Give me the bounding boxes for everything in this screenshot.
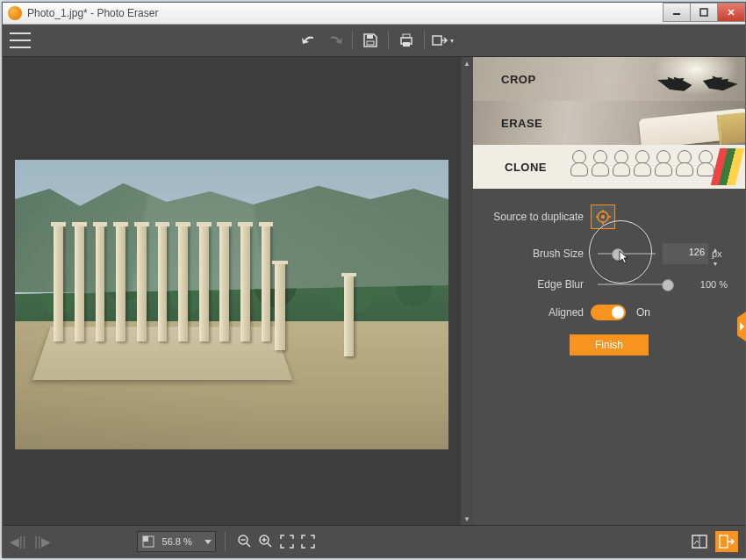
canvas-area[interactable]: ▲ ▼ <box>3 57 473 525</box>
panel-erase[interactable]: ERASE <box>473 101 745 145</box>
panel-crop-label: CROP <box>501 73 536 86</box>
spinner-down-icon[interactable]: ▼ <box>710 257 721 271</box>
target-icon <box>595 209 611 225</box>
svg-rect-15 <box>720 535 728 548</box>
photo-canvas[interactable] <box>15 160 448 449</box>
main-toolbar: ▾ <box>3 25 745 57</box>
panel-clone-label: CLONE <box>505 161 547 174</box>
aligned-label: Aligned <box>487 306 591 319</box>
titlebar: Photo_1.jpg* - Photo Eraser <box>3 3 745 25</box>
edge-blur-slider[interactable] <box>598 284 668 285</box>
panel-clone-body: Source to duplicate Brush Size <box>473 189 745 364</box>
svg-point-9 <box>601 215 605 219</box>
aligned-state: On <box>626 306 650 319</box>
panel-clone[interactable]: CLONE <box>473 145 745 189</box>
scroll-up-icon[interactable]: ▲ <box>461 57 473 69</box>
statusbar: ◀|| ||▶ 56.8 % <box>3 525 745 557</box>
zoom-in-button[interactable] <box>255 531 276 552</box>
svg-rect-6 <box>403 42 410 47</box>
save-button[interactable] <box>358 28 383 53</box>
svg-rect-3 <box>367 41 374 45</box>
edge-blur-value: 100 % <box>675 279 731 290</box>
zoom-dropdown[interactable]: 56.8 % <box>137 531 216 552</box>
panel-crop[interactable]: CROP <box>473 57 745 101</box>
source-label: Source to duplicate <box>487 211 591 223</box>
vertical-scrollbar[interactable]: ▲ ▼ <box>461 57 473 525</box>
zoom-out-button[interactable] <box>234 531 255 552</box>
scroll-down-icon[interactable]: ▼ <box>461 513 473 525</box>
chevron-down-icon <box>204 540 212 544</box>
compare-button[interactable] <box>689 531 710 552</box>
export-button[interactable]: ▾ <box>430 28 455 53</box>
svg-rect-11 <box>143 536 148 542</box>
print-button[interactable] <box>394 28 419 53</box>
panel-erase-label: ERASE <box>501 117 542 130</box>
spinner-up-icon[interactable]: ▲ <box>710 243 721 257</box>
window-maximize-button[interactable] <box>690 3 718 22</box>
brush-size-value[interactable]: 126 ▲ ▼ <box>663 243 708 264</box>
app-icon <box>8 6 22 20</box>
svg-rect-0 <box>673 13 680 15</box>
fit-screen-button[interactable] <box>276 531 298 552</box>
svg-rect-1 <box>700 9 707 16</box>
apply-next-button[interactable] <box>715 531 738 552</box>
brush-size-slider[interactable] <box>598 253 656 255</box>
source-target-button[interactable] <box>591 205 615 229</box>
menu-button[interactable] <box>10 32 31 48</box>
brush-size-label: Brush Size <box>487 248 591 260</box>
window-close-button[interactable] <box>717 3 745 22</box>
zoom-level-icon <box>141 535 155 549</box>
svg-rect-2 <box>367 35 373 39</box>
aligned-toggle[interactable] <box>591 305 626 320</box>
svg-rect-7 <box>433 36 441 45</box>
undo-button[interactable] <box>298 28 322 53</box>
window-minimize-button[interactable] <box>663 3 691 22</box>
next-image-button[interactable]: ||▶ <box>34 535 50 549</box>
tools-sidebar: CROP ERASE CLONE Source to duplicate <box>473 57 745 525</box>
redo-button[interactable] <box>322 28 347 53</box>
actual-size-button[interactable] <box>298 531 319 552</box>
zoom-value: 56.8 % <box>159 536 203 547</box>
prev-image-button[interactable]: ◀|| <box>10 535 25 549</box>
edge-blur-label: Edge Blur <box>487 278 591 291</box>
window-title: Photo_1.jpg* - Photo Eraser <box>27 7 158 19</box>
finish-button[interactable]: Finish <box>570 334 649 355</box>
